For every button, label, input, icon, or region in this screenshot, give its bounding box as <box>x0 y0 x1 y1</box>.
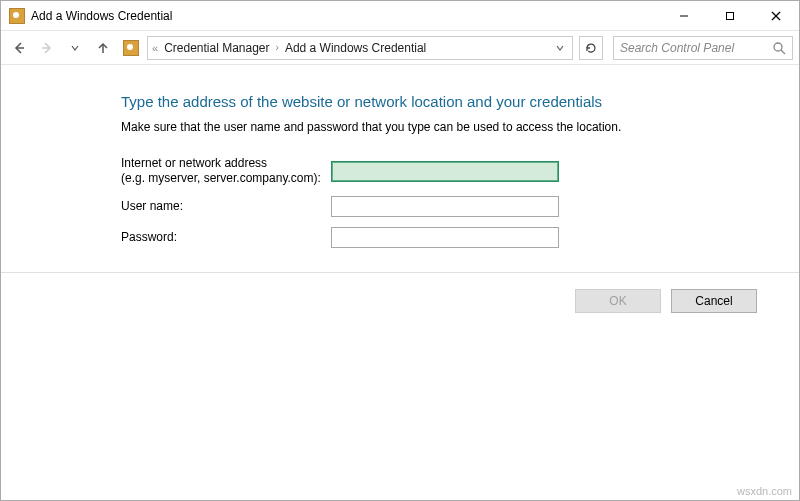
form-row-password: Password: <box>121 227 759 248</box>
form-row-address: Internet or network address (e.g. myserv… <box>121 156 759 186</box>
breadcrumb-item-1[interactable]: Credential Manager <box>162 41 271 55</box>
up-button[interactable] <box>91 36 115 60</box>
address-icon <box>123 40 139 56</box>
content-area: Type the address of the website or netwo… <box>1 65 799 500</box>
content-inner: Type the address of the website or netwo… <box>1 93 799 248</box>
forward-button[interactable] <box>35 36 59 60</box>
refresh-button[interactable] <box>579 36 603 60</box>
chevron-down-icon <box>70 43 80 53</box>
window: Add a Windows Credential <box>0 0 800 501</box>
watermark: wsxdn.com <box>737 485 792 497</box>
password-input[interactable] <box>331 227 559 248</box>
nav-row: « Credential Manager › Add a Windows Cre… <box>1 31 799 65</box>
address-overflow-icon: « <box>152 42 158 54</box>
maximize-icon <box>725 11 735 21</box>
breadcrumb-item-2[interactable]: Add a Windows Credential <box>283 41 428 55</box>
ok-button[interactable]: OK <box>575 289 661 313</box>
button-row: OK Cancel <box>1 273 799 313</box>
address-input[interactable] <box>331 161 559 182</box>
titlebar: Add a Windows Credential <box>1 1 799 31</box>
page-headline: Type the address of the website or netwo… <box>121 93 759 110</box>
search-input[interactable]: Search Control Panel <box>613 36 793 60</box>
form-row-username: User name: <box>121 196 759 217</box>
svg-point-7 <box>774 43 782 51</box>
chevron-down-icon <box>555 43 565 53</box>
minimize-button[interactable] <box>661 1 707 30</box>
username-label: User name: <box>121 199 331 214</box>
username-input[interactable] <box>331 196 559 217</box>
back-button[interactable] <box>7 36 31 60</box>
password-label: Password: <box>121 230 331 245</box>
back-arrow-icon <box>12 41 26 55</box>
recent-dropdown[interactable] <box>63 36 87 60</box>
minimize-icon <box>679 11 689 21</box>
page-subtext: Make sure that the user name and passwor… <box>121 120 759 134</box>
close-icon <box>771 11 781 21</box>
breadcrumb-separator: › <box>272 42 283 53</box>
address-label-hint: (e.g. myserver, server.company.com): <box>121 171 331 186</box>
address-label: Internet or network address (e.g. myserv… <box>121 156 331 186</box>
up-arrow-icon <box>96 41 110 55</box>
svg-line-8 <box>781 50 785 54</box>
refresh-icon <box>585 42 597 54</box>
address-label-text: Internet or network address <box>121 156 267 170</box>
window-title: Add a Windows Credential <box>31 9 172 23</box>
cancel-button[interactable]: Cancel <box>671 289 757 313</box>
close-button[interactable] <box>753 1 799 30</box>
window-controls <box>661 1 799 30</box>
address-bar[interactable]: « Credential Manager › Add a Windows Cre… <box>147 36 573 60</box>
app-icon <box>9 8 25 24</box>
forward-arrow-icon <box>40 41 54 55</box>
maximize-button[interactable] <box>707 1 753 30</box>
address-dropdown[interactable] <box>552 40 568 56</box>
svg-rect-1 <box>727 12 734 19</box>
search-placeholder: Search Control Panel <box>620 41 772 55</box>
search-icon <box>772 41 786 55</box>
